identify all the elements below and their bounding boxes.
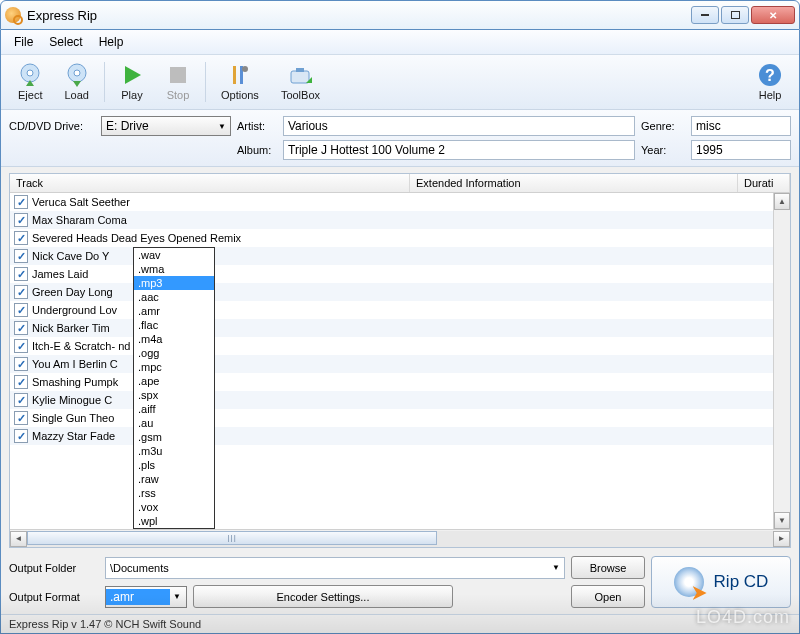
format-option[interactable]: .m3u [134, 444, 214, 458]
track-row[interactable]: ✓Nick Cave Do Y5:5 [10, 247, 790, 265]
track-name: Nick Cave Do Y [32, 250, 412, 262]
track-row[interactable]: ✓Nick Barker Tim5:1 [10, 319, 790, 337]
scroll-left-button[interactable]: ◄ [10, 531, 27, 547]
open-button[interactable]: Open [571, 585, 645, 608]
format-option[interactable]: .amr [134, 304, 214, 318]
track-row[interactable]: ✓Smashing Pumpk3:2 [10, 373, 790, 391]
col-track[interactable]: Track [10, 174, 410, 192]
format-option[interactable]: .mp3 [134, 276, 214, 290]
album-input[interactable] [283, 140, 635, 160]
track-checkbox[interactable]: ✓ [14, 321, 28, 335]
track-row[interactable]: ✓James Laid2:1 [10, 265, 790, 283]
format-option[interactable]: .mpc [134, 360, 214, 374]
format-option[interactable]: .pls [134, 458, 214, 472]
help-icon: ? [758, 63, 782, 87]
track-name: Severed Heads Dead Eyes Opened Remix [32, 232, 412, 244]
encoder-settings-button[interactable]: Encoder Settings... [193, 585, 453, 608]
maximize-button[interactable] [721, 6, 749, 24]
app-icon [5, 7, 21, 23]
format-option[interactable]: .ape [134, 374, 214, 388]
track-row[interactable]: ✓You Am I Berlin C2:3 [10, 355, 790, 373]
toolbar: Eject Load Play Stop Options ToolBox ? H… [1, 55, 799, 110]
horizontal-scrollbar[interactable]: ◄ ||| ► [10, 529, 790, 547]
track-checkbox[interactable]: ✓ [14, 195, 28, 209]
svg-point-1 [27, 70, 33, 76]
format-option[interactable]: .raw [134, 472, 214, 486]
menu-select[interactable]: Select [42, 33, 89, 51]
scroll-up-button[interactable]: ▲ [774, 193, 790, 210]
chevron-down-icon: ▼ [552, 563, 560, 572]
scroll-thumb[interactable]: ||| [27, 531, 437, 545]
drive-select[interactable]: E: Drive ▼ [101, 116, 231, 136]
track-checkbox[interactable]: ✓ [14, 375, 28, 389]
track-row[interactable]: ✓Itch-E & Scratch- nd Light4:5 [10, 337, 790, 355]
track-name: Underground Lov [32, 304, 412, 316]
track-checkbox[interactable]: ✓ [14, 231, 28, 245]
scroll-right-button[interactable]: ► [773, 531, 790, 547]
toolbox-icon [288, 63, 312, 87]
format-option[interactable]: .flac [134, 318, 214, 332]
track-checkbox[interactable]: ✓ [14, 249, 28, 263]
track-row[interactable]: ✓Mazzy Star Fade4:5 [10, 427, 790, 445]
year-input[interactable] [691, 140, 791, 160]
browse-button[interactable]: Browse [571, 556, 645, 579]
track-checkbox[interactable]: ✓ [14, 393, 28, 407]
track-checkbox[interactable]: ✓ [14, 411, 28, 425]
help-button[interactable]: ? Help [747, 59, 793, 105]
output-format-select[interactable]: .amr ▼ [105, 586, 187, 608]
track-name: Smashing Pumpk [32, 376, 412, 388]
track-row[interactable]: ✓Kylie Minogue C5:5 [10, 391, 790, 409]
artist-input[interactable] [283, 116, 635, 136]
format-option[interactable]: .aiff [134, 402, 214, 416]
format-option[interactable]: .gsm [134, 430, 214, 444]
format-dropdown-popup[interactable]: .wav.wma.mp3.aac.amr.flac.m4a.ogg.mpc.ap… [133, 247, 215, 529]
track-row[interactable]: ✓Green Day Long3:5 [10, 283, 790, 301]
track-row[interactable]: ✓Max Sharam Coma3:4 [10, 211, 790, 229]
svg-rect-11 [291, 71, 309, 83]
format-option[interactable]: .ogg [134, 346, 214, 360]
toolbox-button[interactable]: ToolBox [270, 59, 331, 105]
tools-icon [228, 63, 252, 87]
vertical-scrollbar[interactable]: ▲ ▼ [773, 193, 790, 529]
minimize-button[interactable] [691, 6, 719, 24]
format-option[interactable]: .wav [134, 248, 214, 262]
col-duration[interactable]: Durati [738, 174, 790, 192]
metadata-bar: CD/DVD Drive: E: Drive ▼ Artist: Genre: … [1, 110, 799, 167]
format-option[interactable]: .au [134, 416, 214, 430]
format-option[interactable]: .wpl [134, 514, 214, 528]
format-option[interactable]: .rss [134, 486, 214, 500]
window-title: Express Rip [27, 8, 691, 23]
format-option[interactable]: .vox [134, 500, 214, 514]
load-button[interactable]: Load [53, 59, 99, 105]
track-name: Max Sharam Coma [32, 214, 412, 226]
menu-file[interactable]: File [7, 33, 40, 51]
track-checkbox[interactable]: ✓ [14, 429, 28, 443]
track-row[interactable]: ✓Single Gun Theo4:0 [10, 409, 790, 427]
format-option[interactable]: .aac [134, 290, 214, 304]
track-checkbox[interactable]: ✓ [14, 357, 28, 371]
track-name: You Am I Berlin C [32, 358, 412, 370]
rip-cd-button[interactable]: Rip CD [651, 556, 791, 608]
output-folder-field[interactable]: \Documents ▼ [105, 557, 565, 579]
track-checkbox[interactable]: ✓ [14, 303, 28, 317]
format-option[interactable]: .spx [134, 388, 214, 402]
eject-button[interactable]: Eject [7, 59, 53, 105]
stop-button[interactable]: Stop [155, 59, 201, 105]
track-checkbox[interactable]: ✓ [14, 339, 28, 353]
genre-input[interactable] [691, 116, 791, 136]
track-checkbox[interactable]: ✓ [14, 285, 28, 299]
options-button[interactable]: Options [210, 59, 270, 105]
track-row[interactable]: ✓Underground Lov4:5 [10, 301, 790, 319]
track-checkbox[interactable]: ✓ [14, 267, 28, 281]
track-checkbox[interactable]: ✓ [14, 213, 28, 227]
format-option[interactable]: .wma [134, 262, 214, 276]
play-button[interactable]: Play [109, 59, 155, 105]
col-extended[interactable]: Extended Information [410, 174, 738, 192]
close-button[interactable]: ✕ [751, 6, 795, 24]
format-option[interactable]: .m4a [134, 332, 214, 346]
menu-help[interactable]: Help [92, 33, 131, 51]
titlebar: Express Rip ✕ [0, 0, 800, 30]
track-row[interactable]: ✓Severed Heads Dead Eyes Opened Remix3:4 [10, 229, 790, 247]
track-row[interactable]: ✓Veruca Salt Seether3:1 [10, 193, 790, 211]
scroll-down-button[interactable]: ▼ [774, 512, 790, 529]
